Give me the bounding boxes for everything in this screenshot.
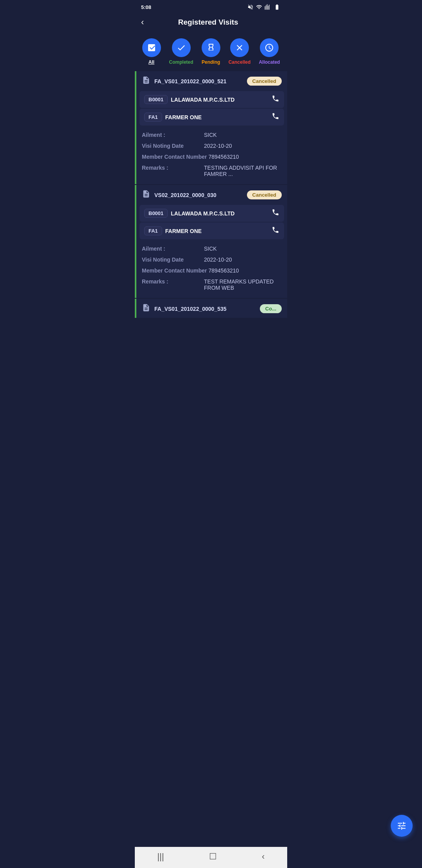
ailment-value-1: SICK bbox=[204, 132, 217, 138]
status-icons bbox=[247, 4, 281, 10]
status-badge-2: Cancelled bbox=[247, 190, 282, 199]
status-badge-1: Cancelled bbox=[247, 77, 282, 86]
visit-card-3[interactable]: FA_VS01_201022_0000_535 Co... bbox=[135, 299, 287, 318]
card-header-1: FA_VS01_201022_0000_521 Cancelled bbox=[136, 71, 287, 90]
visi-date-value-1: 2022-10-20 bbox=[204, 143, 232, 149]
signal-icon bbox=[265, 4, 271, 10]
filter-tabs: All Completed Pending Cancelled bbox=[135, 35, 287, 71]
visi-date-label-2: Visi Noting Date bbox=[142, 256, 202, 263]
tab-cancelled[interactable]: Cancelled bbox=[229, 38, 251, 65]
visit-list: FA_VS01_201022_0000_521 Cancelled B0001 … bbox=[135, 71, 287, 354]
back-button[interactable]: ‹ bbox=[141, 16, 147, 29]
contact-label-2: Member Contact Number bbox=[142, 267, 207, 274]
detail-section-1: Ailment : SICK Visi Noting Date 2022-10-… bbox=[136, 126, 287, 184]
visi-date-value-2: 2022-10-20 bbox=[204, 256, 232, 263]
branch-code-1: B0001 bbox=[144, 95, 168, 104]
visi-date-row-1: Visi Noting Date 2022-10-20 bbox=[142, 140, 282, 151]
nav-back-button[interactable]: ‹ bbox=[262, 852, 265, 862]
tab-allocated[interactable]: Allocated bbox=[259, 38, 280, 65]
wifi-icon bbox=[256, 4, 262, 10]
battery-icon bbox=[273, 4, 281, 10]
visit-id-1: FA_VS01_201022_0000_521 bbox=[154, 78, 227, 84]
visit-card[interactable]: FA_VS01_201022_0000_521 Cancelled B0001 … bbox=[135, 71, 287, 184]
contact-value-2: 7894563210 bbox=[208, 267, 239, 274]
tab-pending[interactable]: Pending bbox=[202, 38, 220, 65]
farmer-phone-icon-1[interactable] bbox=[272, 112, 279, 122]
contact-label-1: Member Contact Number bbox=[142, 154, 207, 160]
contact-row-2: Member Contact Number 7894563210 bbox=[142, 265, 282, 276]
ailment-label-2: Ailment : bbox=[142, 246, 202, 252]
tab-cancelled-label: Cancelled bbox=[229, 59, 251, 65]
tab-all-label: All bbox=[148, 59, 154, 65]
branch-name-1: LALAWADA M.P.C.S.LTD bbox=[171, 97, 234, 103]
nav-recent-button[interactable]: ||| bbox=[157, 852, 164, 862]
branch-left-1: B0001 LALAWADA M.P.C.S.LTD bbox=[144, 95, 234, 104]
contact-row-1: Member Contact Number 7894563210 bbox=[142, 151, 282, 162]
tab-allocated-label: Allocated bbox=[259, 59, 280, 65]
branch-phone-icon-1[interactable] bbox=[272, 95, 279, 104]
remarks-label-2: Remarks : bbox=[142, 278, 202, 285]
nav-bar: ||| ☐ ‹ bbox=[135, 847, 287, 868]
document-icon-3 bbox=[142, 303, 150, 314]
branch-left-2: B0001 LALAWADA M.P.C.S.LTD bbox=[144, 209, 234, 218]
farmer-left-1: FA1 FARMER ONE bbox=[144, 113, 202, 122]
remarks-value-2: TEST REMARKS UPDATED FROM WEB bbox=[204, 278, 282, 291]
ailment-row-2: Ailment : SICK bbox=[142, 243, 282, 254]
branch-phone-icon-2[interactable] bbox=[272, 208, 279, 218]
visi-date-row-2: Visi Noting Date 2022-10-20 bbox=[142, 254, 282, 265]
visit-card-2[interactable]: VS02_201022_0000_030 Cancelled B0001 LAL… bbox=[135, 185, 287, 298]
card-id-row-3: FA_VS01_201022_0000_535 bbox=[142, 303, 227, 314]
branch-row-1: B0001 LALAWADA M.P.C.S.LTD bbox=[139, 91, 284, 108]
status-time: 5:08 bbox=[141, 4, 151, 10]
card-header-3: FA_VS01_201022_0000_535 Co... bbox=[136, 299, 287, 318]
visit-id-3: FA_VS01_201022_0000_535 bbox=[154, 306, 227, 312]
remarks-row-1: Remarks : TESTING ADDVISIT API FOR FAMRE… bbox=[142, 162, 282, 179]
all-icon bbox=[142, 38, 161, 57]
remarks-row-2: Remarks : TEST REMARKS UPDATED FROM WEB bbox=[142, 276, 282, 293]
card-id-row-1: FA_VS01_201022_0000_521 bbox=[142, 76, 227, 86]
visi-date-label-1: Visi Noting Date bbox=[142, 143, 202, 149]
farmer-row-1: FA1 FARMER ONE bbox=[139, 109, 284, 126]
completed-icon bbox=[172, 38, 191, 57]
branch-name-2: LALAWADA M.P.C.S.LTD bbox=[171, 210, 234, 217]
nav-home-button[interactable]: ☐ bbox=[209, 852, 217, 862]
ailment-row-1: Ailment : SICK bbox=[142, 129, 282, 140]
farmer-phone-icon-2[interactable] bbox=[272, 226, 279, 236]
status-badge-3: Co... bbox=[260, 304, 282, 313]
branch-row-2: B0001 LALAWADA M.P.C.S.LTD bbox=[139, 205, 284, 222]
branch-code-2: B0001 bbox=[144, 209, 168, 218]
contact-value-1: 7894563210 bbox=[208, 154, 239, 160]
visit-id-2: VS02_201022_0000_030 bbox=[154, 192, 216, 198]
pending-icon bbox=[202, 38, 220, 57]
tab-all[interactable]: All bbox=[142, 38, 161, 65]
tab-completed[interactable]: Completed bbox=[169, 38, 193, 65]
ailment-label-1: Ailment : bbox=[142, 132, 202, 138]
header: ‹ Registered Visits bbox=[135, 13, 287, 35]
tab-pending-label: Pending bbox=[202, 59, 220, 65]
farmer-code-1: FA1 bbox=[144, 113, 162, 122]
allocated-icon bbox=[260, 38, 279, 57]
page-title: Registered Visits bbox=[147, 18, 269, 27]
document-icon bbox=[142, 76, 150, 86]
remarks-label-1: Remarks : bbox=[142, 165, 202, 171]
cancelled-icon bbox=[230, 38, 249, 57]
mute-icon bbox=[247, 4, 254, 10]
farmer-name-1: FARMER ONE bbox=[165, 114, 202, 120]
farmer-left-2: FA1 FARMER ONE bbox=[144, 226, 202, 235]
card-id-row-2: VS02_201022_0000_030 bbox=[142, 190, 216, 200]
detail-section-2: Ailment : SICK Visi Noting Date 2022-10-… bbox=[136, 240, 287, 298]
card-header-2: VS02_201022_0000_030 Cancelled bbox=[136, 185, 287, 204]
tab-completed-label: Completed bbox=[169, 59, 193, 65]
ailment-value-2: SICK bbox=[204, 246, 217, 252]
remarks-value-1: TESTING ADDVISIT API FOR FAMRER ... bbox=[204, 165, 282, 177]
document-icon-2 bbox=[142, 190, 150, 200]
status-bar: 5:08 bbox=[135, 0, 287, 13]
farmer-name-2: FARMER ONE bbox=[165, 228, 202, 234]
farmer-row-2: FA1 FARMER ONE bbox=[139, 222, 284, 239]
farmer-code-2: FA1 bbox=[144, 226, 162, 235]
